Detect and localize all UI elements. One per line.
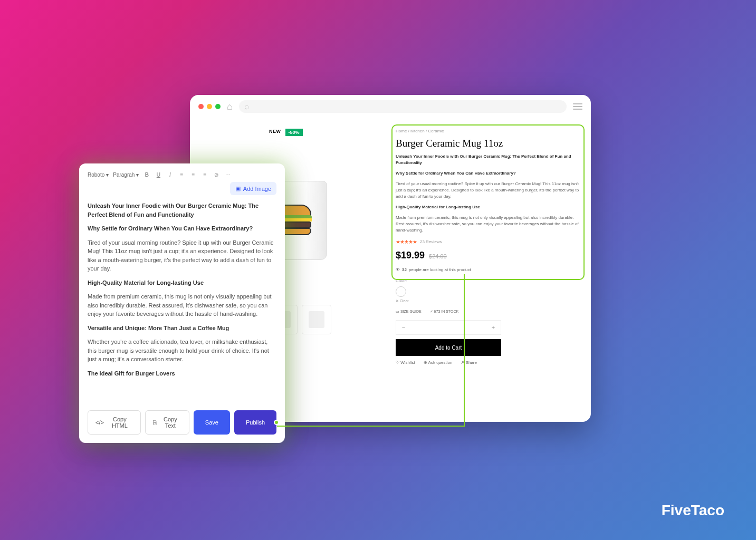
publish-button[interactable]: Publish [234, 410, 276, 435]
qty-minus[interactable]: − [396, 324, 411, 331]
ask-question-link[interactable]: ⊕ Ask question [424, 360, 453, 365]
size-guide-link[interactable]: ▭ SIZE GUIDE [396, 310, 422, 314]
reviews-count[interactable]: 23 Reviews [420, 239, 442, 244]
editor-content[interactable]: Unleash Your Inner Foodie with Our Burge… [88, 201, 276, 404]
breadcrumb[interactable]: Home / Kitchen / Ceramic [396, 129, 580, 133]
home-icon[interactable]: ⌂ [227, 101, 233, 112]
thumbnail[interactable] [302, 305, 331, 334]
color-label: Color: [396, 278, 580, 283]
stock-status: ✓ 673 IN STOCK [430, 310, 459, 314]
content-heading: Unleash Your Inner Foodie with Our Burge… [88, 202, 259, 218]
bold-icon[interactable]: B [143, 172, 150, 178]
editor-buttons: </> Copy HTML ⎘ Copy Text Save Publish [88, 410, 276, 435]
add-to-cart-button[interactable]: Add to Cart [396, 339, 501, 356]
indicator-dot [274, 420, 279, 425]
price: $19.99 [396, 250, 425, 261]
maximize-icon[interactable] [215, 104, 221, 109]
content-paragraph: Whether you're a coffee aficionado, tea … [88, 338, 276, 364]
editor-window: Roboto ▾ Paragrah ▾ B U I ≡ ≡ ≡ ⊘ ⋯ ▣ Ad… [79, 163, 285, 443]
italic-icon[interactable]: I [166, 172, 174, 178]
content-paragraph: Tired of your usual morning routine? Spi… [88, 238, 276, 273]
desc-paragraph: Made from premium ceramic, this mug is n… [396, 215, 580, 234]
star-rating: ★★★★★ [396, 239, 417, 245]
brand-logo: FiveTaco [662, 502, 724, 519]
qty-plus[interactable]: + [486, 324, 501, 331]
product-title: Burger Ceramic Mug 11oz [396, 138, 580, 149]
share-link[interactable]: ↗ Share [461, 360, 477, 365]
link-icon[interactable]: ⊘ [213, 172, 220, 178]
copy-icon: ⎘ [153, 419, 157, 426]
close-icon[interactable] [198, 104, 204, 109]
image-icon: ▣ [235, 185, 241, 192]
content-heading: The Ideal Gift for Burger Lovers [88, 370, 175, 377]
copy-html-button[interactable]: </> Copy HTML [88, 410, 141, 435]
minimize-icon[interactable] [207, 104, 212, 109]
save-button[interactable]: Save [194, 410, 230, 435]
eye-icon: 👁 [396, 267, 400, 272]
desc-heading: High-Quality Material for Long-lasting U… [396, 204, 580, 210]
wishlist-link[interactable]: ♡ Wishlist [396, 360, 415, 365]
code-icon: </> [95, 419, 104, 426]
desc-heading: Unleash Your Inner Foodie with Our Burge… [396, 153, 580, 166]
editor-toolbar: Roboto ▾ Paragrah ▾ B U I ≡ ≡ ≡ ⊘ ⋯ ▣ Ad… [88, 172, 276, 195]
copy-text-button[interactable]: ⎘ Copy Text [145, 410, 189, 435]
viewers-text: people are looking at this product [409, 267, 471, 272]
align-center-icon[interactable]: ≡ [189, 172, 197, 178]
quantity-stepper[interactable]: − + [396, 320, 501, 335]
content-heading: Versatile and Unique: More Than Just a C… [88, 325, 229, 331]
search-icon: ⌕ [244, 102, 250, 111]
url-bar[interactable]: ⌕ [239, 100, 567, 113]
align-right-icon[interactable]: ≡ [201, 172, 208, 178]
window-controls [198, 104, 221, 109]
clear-link[interactable]: ✕ Clear [396, 299, 580, 303]
browser-bar: ⌂ ⌕ [190, 95, 591, 118]
old-price: $24.00 [429, 253, 447, 259]
product-details: Home / Kitchen / Ceramic Burger Ceramic … [396, 129, 580, 411]
desc-heading: Why Settle for Ordinary When You Can Hav… [396, 170, 580, 177]
align-left-icon[interactable]: ≡ [178, 172, 185, 178]
badge-sale: -50% [285, 129, 303, 136]
content-heading: Why Settle for Ordinary When You Can Hav… [88, 225, 253, 232]
content-paragraph: Made from premium ceramic, this mug is n… [88, 292, 276, 319]
paragraph-select[interactable]: Paragrah ▾ [113, 172, 139, 178]
desc-paragraph: Tired of your usual morning routine? Spi… [396, 181, 580, 200]
color-swatch[interactable] [396, 286, 406, 297]
more-icon[interactable]: ⋯ [224, 172, 232, 178]
menu-icon[interactable] [573, 103, 582, 110]
add-image-button[interactable]: ▣ Add Image [230, 182, 276, 195]
badge-new: NEW [269, 129, 281, 136]
underline-icon[interactable]: U [155, 172, 162, 178]
content-heading: High-Quality Material for Long-lasting U… [88, 279, 204, 286]
viewers-count: 32 [402, 267, 407, 272]
font-select[interactable]: Roboto ▾ [88, 172, 109, 178]
